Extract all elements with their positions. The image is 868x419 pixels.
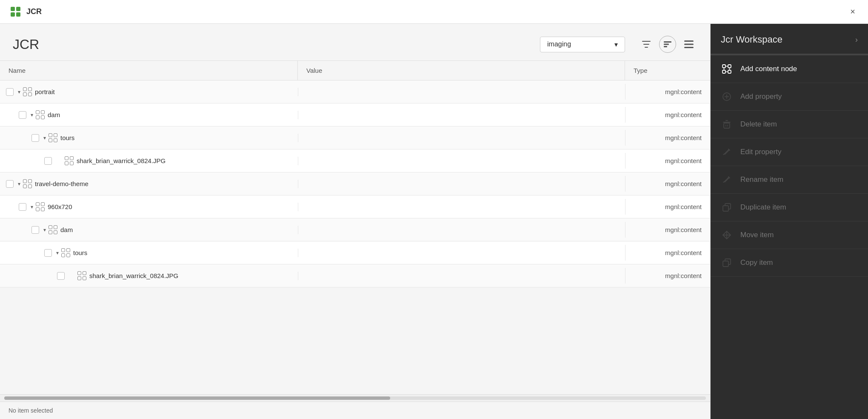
value-cell [298, 249, 625, 257]
svg-rect-5 [684, 47, 694, 48]
node-icon [36, 110, 45, 120]
menu-item-move-item: Move item [711, 221, 868, 249]
status-text: No item selected [9, 407, 53, 414]
svg-rect-7 [728, 65, 731, 68]
chevron-right-icon[interactable]: ▾ [31, 112, 33, 118]
type-cell: mgnl:content [625, 245, 710, 261]
menu-item-label: Rename item [740, 175, 783, 184]
chevron-right-icon[interactable]: ▾ [43, 227, 46, 233]
table-row[interactable]: ▾ portrait mgnl:content [0, 80, 710, 103]
row-name: dam [48, 111, 60, 118]
row-checkbox[interactable] [6, 88, 14, 96]
node-icon [36, 202, 45, 212]
row-checkbox[interactable] [57, 272, 65, 280]
menu-button[interactable] [680, 36, 697, 53]
row-name: shark_brian_warrick_0824.JPG [89, 272, 178, 279]
name-cell: ▾ portrait [0, 83, 298, 101]
menu-item-label: Add content node [740, 65, 797, 73]
filter-button[interactable] [638, 36, 655, 53]
value-cell [298, 111, 625, 119]
menu-item-edit-property: Edit property [711, 138, 868, 166]
menu-item-add-property: Add property [711, 83, 868, 111]
nodes-icon [721, 63, 733, 75]
name-cell: shark_brian_warrick_0824.JPG [0, 152, 298, 170]
menu-item-label: Move item [740, 231, 774, 239]
table-row[interactable]: ▾ dam mgnl:content [0, 218, 710, 241]
svg-rect-3 [684, 40, 694, 42]
value-cell [298, 203, 625, 211]
table-row[interactable]: ▾ tours mgnl:content [0, 241, 710, 264]
chevron-right-icon[interactable]: ▾ [18, 89, 20, 95]
value-cell [298, 157, 625, 165]
menu-item-label: Delete item [740, 120, 777, 129]
row-checkbox[interactable] [19, 203, 26, 211]
row-checkbox[interactable] [31, 134, 39, 142]
row-checkbox[interactable] [44, 249, 52, 257]
type-cell: mgnl:content [625, 199, 710, 215]
table-row[interactable]: shark_brian_warrick_0824.JPG mgnl:conten… [0, 149, 710, 172]
chevron-right-icon[interactable]: ▾ [56, 250, 59, 256]
node-icon [49, 225, 58, 235]
node-icon [61, 248, 71, 258]
type-cell: mgnl:content [625, 130, 710, 146]
row-name: tours [60, 134, 74, 141]
svg-rect-2 [664, 46, 667, 47]
value-cell [298, 226, 625, 234]
workspace-expand-icon[interactable]: › [855, 35, 858, 44]
menu-item-label: Edit property [740, 148, 781, 156]
row-name: shark_brian_warrick_0824.JPG [77, 157, 166, 164]
table-row[interactable]: ▾ tours mgnl:content [0, 126, 710, 149]
node-icon [49, 133, 58, 143]
value-cell [298, 134, 625, 142]
row-checkbox[interactable] [44, 157, 52, 165]
edit-icon [721, 146, 733, 158]
workspace-value: imaging [547, 40, 571, 48]
workspace-header: Jcr Workspace › [711, 24, 868, 54]
name-cell: ▾ 960x720 [0, 198, 298, 216]
menu-item-add-content-node[interactable]: Add content node [711, 55, 868, 83]
workspace-dropdown[interactable]: imaging ▾ [540, 37, 625, 52]
collapse-button[interactable] [659, 36, 676, 53]
workspace-title: Jcr Workspace [721, 34, 782, 45]
chevron-right-icon[interactable]: ▾ [18, 181, 20, 187]
col-name: Name [0, 61, 298, 80]
type-cell: mgnl:content [625, 107, 710, 123]
type-cell: mgnl:content [625, 153, 710, 169]
table-body: ▾ portrait mgnl:content ▾ [0, 80, 710, 394]
menu-item-label: Duplicate item [740, 203, 786, 212]
menu-item-delete-item: Delete item [711, 111, 868, 138]
delete-icon [721, 118, 733, 130]
panel-header: JCR imaging ▾ [0, 24, 710, 61]
menu-item-label: Add property [740, 92, 782, 101]
type-cell: mgnl:content [625, 84, 710, 100]
svg-rect-1 [664, 44, 669, 45]
table-row[interactable]: shark_brian_warrick_0824.JPG mgnl:conten… [0, 264, 710, 287]
row-checkbox[interactable] [19, 111, 26, 119]
type-cell: mgnl:content [625, 268, 710, 284]
name-cell: shark_brian_warrick_0824.JPG [0, 267, 298, 285]
move-icon [721, 229, 733, 241]
app-title: JCR [26, 7, 42, 16]
chevron-right-icon[interactable]: ▾ [31, 204, 33, 210]
svg-rect-4 [684, 44, 694, 45]
svg-rect-9 [728, 70, 731, 73]
row-checkbox[interactable] [6, 180, 14, 188]
scrollbar[interactable] [4, 396, 706, 400]
row-name: portrait [35, 88, 55, 95]
svg-rect-0 [664, 41, 671, 43]
table-row[interactable]: ▾ 960x720 mgnl:content [0, 195, 710, 218]
left-panel: JCR imaging ▾ [0, 24, 711, 419]
row-name: 960x720 [48, 203, 72, 210]
close-button[interactable]: × [846, 5, 859, 19]
table-row[interactable]: ▾ travel-demo-theme mgnl:content [0, 172, 710, 195]
value-cell [298, 272, 625, 280]
chevron-right-icon[interactable]: ▾ [43, 135, 46, 141]
svg-rect-6 [722, 65, 725, 68]
type-cell: mgnl:content [625, 222, 710, 238]
node-icon [23, 87, 32, 97]
row-name: tours [73, 249, 87, 256]
svg-rect-19 [724, 123, 730, 128]
table-row[interactable]: ▾ dam mgnl:content [0, 103, 710, 126]
panel-title: JCR [13, 37, 39, 52]
row-checkbox[interactable] [31, 226, 39, 234]
